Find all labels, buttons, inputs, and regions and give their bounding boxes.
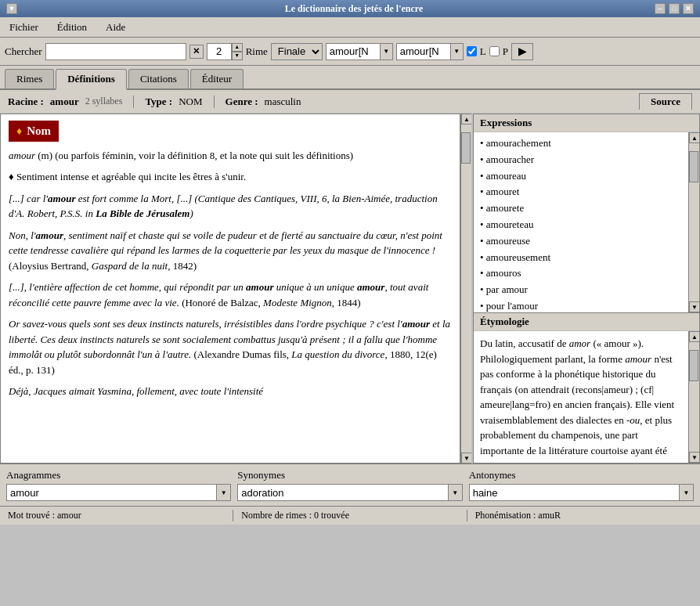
antonymes-arrow[interactable]: ▼ [680, 484, 694, 501]
word-info-bar: Racine : amour 2 syllabes Type : NOM Gen… [0, 90, 700, 114]
expr-thumb[interactable] [689, 151, 698, 182]
combo2-box: ▼ [396, 43, 464, 60]
menu-fichier[interactable]: Fichier [3, 20, 45, 35]
racine-label: Racine : [8, 96, 44, 108]
type-label: Type : [145, 96, 172, 108]
combo1-arrow[interactable]: ▼ [381, 43, 393, 60]
anagrammes-label: Anagrammes [6, 469, 231, 482]
etym-scroll-down[interactable]: ▼ [689, 452, 699, 463]
tab-citations[interactable]: Citations [128, 69, 189, 88]
def-quote5-text: Déjà, Jacques aimait Yasmina, follement,… [9, 385, 263, 397]
expression-item: • amouracher [480, 152, 682, 168]
status-mot-trouve: Mot trouvé : amour [0, 510, 233, 521]
synonymes-group: Synonymes ▼ [237, 469, 462, 501]
scroll-thumb[interactable] [461, 132, 471, 164]
checkbox-l-label: L [480, 45, 486, 58]
tabs-bar: Rimes Définitions Citations Éditeur [0, 66, 700, 90]
def-scrollbar[interactable]: ▲ ▼ [460, 114, 471, 464]
expr-scroll-down[interactable]: ▼ [689, 301, 700, 312]
combo1-input[interactable] [326, 43, 381, 60]
play-button[interactable]: ▶ [511, 43, 533, 60]
status-nombre-rimes: Nombre de rimes : 0 trouvée [233, 510, 467, 521]
combo2-arrow[interactable]: ▼ [451, 43, 464, 60]
rime-dropdown[interactable]: Finale [271, 43, 323, 60]
close-button[interactable]: ✕ [683, 3, 694, 14]
search-input[interactable] [45, 43, 186, 60]
def-text2: ♦ Sentiment intense et agréable qui inci… [9, 169, 452, 185]
bottom-combos: Anagrammes ▼ Synonymes ▼ Antonymes ▼ [0, 464, 700, 506]
antonymes-input[interactable] [469, 484, 680, 501]
scroll-down-arrow[interactable]: ▼ [461, 453, 471, 464]
expression-item: • amourachement [480, 135, 682, 152]
etymology-text: Du latin, accusatif de amor (« amour »).… [480, 337, 674, 456]
anagrammes-arrow[interactable]: ▼ [217, 484, 231, 501]
etym-scroll-up[interactable]: ▲ [689, 331, 699, 342]
separator2 [214, 96, 215, 108]
def-quote4: Or savez-vous quels sont ses deux instin… [9, 316, 452, 377]
etymology-header: Étymologie [474, 313, 699, 331]
def-quote2-text: Non, l'amour, sentiment naïf et chaste q… [9, 229, 442, 257]
separator1 [133, 96, 134, 108]
checkbox-l-group: L [467, 45, 486, 58]
definition-panel-wrapper: ♦ Nom amour (m) (ou parfois féminin, voi… [0, 114, 471, 464]
etym-scrollbar[interactable]: ▲ ▼ [688, 331, 699, 463]
definition-panel: ♦ Nom amour (m) (ou parfois féminin, voi… [0, 114, 460, 464]
menu-bar: Fichier Édition Aide [0, 17, 700, 38]
checkbox-p[interactable] [489, 46, 500, 56]
spin-down[interactable]: ▼ [232, 52, 243, 60]
synonymes-combo: ▼ [237, 484, 462, 501]
window-title: Le dictionnaire des jetés de l'encre [53, 3, 655, 15]
synonymes-input[interactable] [237, 484, 448, 501]
minimize-button[interactable]: ─ [655, 3, 666, 14]
etym-thumb[interactable] [689, 350, 698, 381]
title-bar-icon: ▼ [6, 3, 17, 14]
def-quote1: [...] car l'amour est fort comme la Mort… [9, 191, 452, 222]
expression-item: • amourete [480, 200, 682, 217]
title-bar: ▼ Le dictionnaire des jetés de l'encre ─… [0, 0, 700, 17]
expression-item: • amouret [480, 184, 682, 200]
def-quote3-text: [...], l'entière affection de cet homme,… [9, 281, 428, 308]
expr-track[interactable] [689, 143, 699, 301]
expr-scrollbar[interactable]: ▲ ▼ [688, 132, 699, 312]
tab-editeur[interactable]: Éditeur [190, 69, 244, 88]
num-input[interactable] [207, 43, 232, 60]
expression-item: • amouros [480, 265, 682, 282]
expressions-content: • amourachement • amouracher • amoureau … [474, 132, 688, 312]
def-quote4-text: Or savez-vous quels sont ses deux instin… [9, 318, 450, 360]
checkbox-l[interactable] [467, 46, 477, 56]
etymology-content: Du latin, accusatif de amor (« amour »).… [474, 331, 688, 463]
type-value: NOM [179, 96, 202, 108]
expr-scroll-up[interactable]: ▲ [689, 132, 700, 143]
search-label: Chercher [5, 45, 42, 58]
genre-value: masculin [265, 96, 301, 108]
def-text1: amour (m) (ou parfois féminin, voir la d… [9, 148, 452, 164]
menu-edition[interactable]: Édition [51, 20, 93, 35]
anagrammes-input[interactable] [6, 484, 217, 501]
combo2-input[interactable] [396, 43, 451, 60]
antonymes-label: Antonymes [469, 469, 694, 482]
anagrammes-combo: ▼ [6, 484, 231, 501]
def-quote2: Non, l'amour, sentiment naïf et chaste q… [9, 228, 452, 274]
tab-definitions[interactable]: Définitions [56, 69, 127, 90]
etym-track[interactable] [689, 342, 699, 452]
expression-item: • amoureteau [480, 217, 682, 233]
restore-button[interactable]: □ [669, 3, 680, 14]
tab-rimes[interactable]: Rimes [5, 69, 54, 88]
status-phonemisation: Phonémisation : amuR [467, 510, 700, 521]
toolbar: Chercher ✕ ▲ ▼ Rime Finale ▼ ▼ L P ▶ [0, 38, 700, 66]
nom-header: ♦ Nom [9, 121, 59, 142]
source-tab[interactable]: Source [639, 93, 692, 110]
synonymes-arrow[interactable]: ▼ [449, 484, 463, 501]
def-quote1-text: [...] car l'amour est fort comme la Mort… [9, 193, 438, 220]
menu-aide[interactable]: Aide [99, 20, 132, 35]
scroll-track[interactable] [461, 124, 471, 453]
expressions-section: Expressions • amourachement • amouracher… [474, 114, 699, 313]
def-word-italic: amour [9, 150, 35, 161]
clear-button[interactable]: ✕ [189, 45, 204, 59]
expression-item: • amoureusement [480, 250, 682, 266]
genre-label: Genre : [226, 96, 258, 108]
spin-up[interactable]: ▲ [232, 43, 243, 52]
checkbox-p-label: P [503, 45, 508, 58]
scroll-up-arrow[interactable]: ▲ [461, 114, 471, 124]
synonymes-label: Synonymes [237, 469, 462, 482]
